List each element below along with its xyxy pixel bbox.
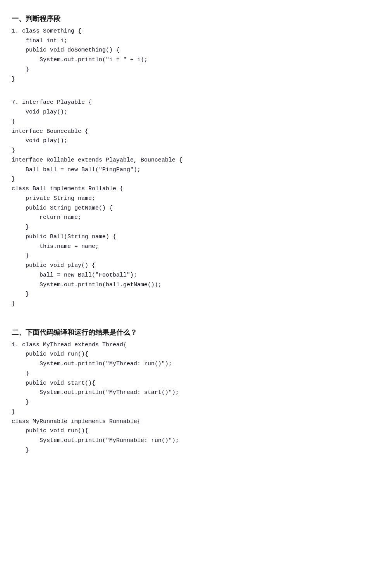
section-2-title: 二、下面代码编译和运行的结果是什么？ bbox=[12, 327, 354, 338]
code-block-7: 7. interface Playable { void play(); } i… bbox=[12, 98, 354, 309]
code-block-1: 1. class Something { final int i; public… bbox=[12, 27, 354, 84]
code-block-2: 1. class MyThread extends Thread{ public… bbox=[12, 340, 354, 456]
page-container: 一、判断程序段 1. class Something { final int i… bbox=[12, 13, 354, 456]
section-1-title: 一、判断程序段 bbox=[12, 13, 354, 24]
